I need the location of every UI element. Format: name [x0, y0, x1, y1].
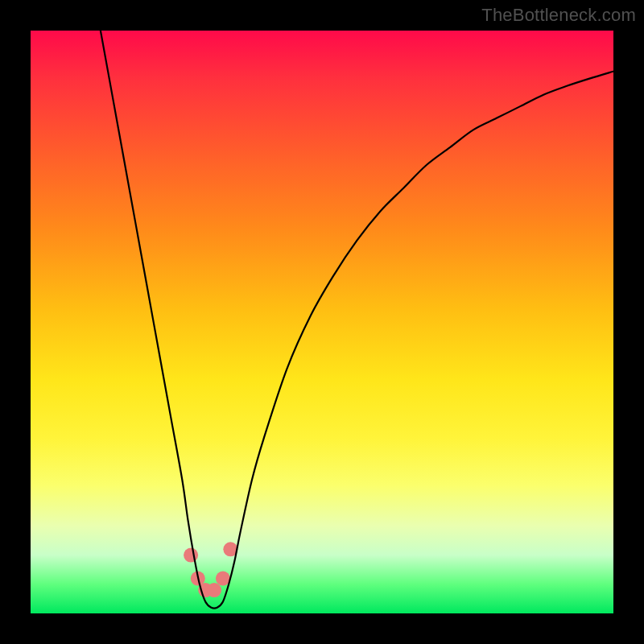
- chart-frame: TheBottleneck.com: [0, 0, 644, 644]
- curve-layer: [31, 31, 613, 613]
- curve-markers: [184, 542, 237, 597]
- bottleneck-curve: [101, 31, 613, 609]
- curve-marker: [207, 583, 221, 597]
- curve-marker: [184, 548, 198, 563]
- watermark-text: TheBottleneck.com: [481, 5, 636, 26]
- plot-area: [31, 31, 613, 613]
- curve-marker: [216, 572, 230, 586]
